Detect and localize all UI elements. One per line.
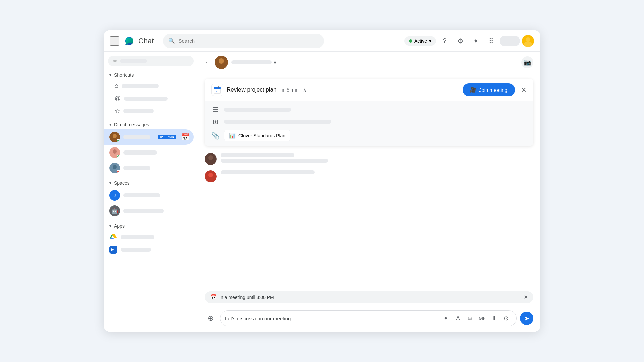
status-bar-text: In a meeting until 3:00 PM <box>219 295 274 300</box>
new-chat-button[interactable]: ✏ <box>108 56 194 66</box>
status-dot <box>409 39 412 43</box>
calendar-status-icon: 📅 <box>210 294 217 300</box>
message-row-2 <box>205 170 533 182</box>
top-bar-actions: Active ▾ ? ⚙ ✦ ⠿ <box>404 34 534 48</box>
video-icon: 📷 <box>524 59 531 66</box>
chat-header: ← ▾ 📷 <box>198 52 540 73</box>
svg-marker-14 <box>112 234 117 238</box>
dm-badge-active: in 5 min <box>158 135 176 139</box>
sidebar-item-home[interactable]: ⌂ <box>104 80 194 92</box>
avatar-image <box>522 35 534 47</box>
meeting-chevron-icon[interactable]: ∧ <box>303 87 306 93</box>
logo-area: Chat <box>123 35 154 47</box>
chat-area: ← ▾ 📷 <box>198 52 540 332</box>
svg-text:31: 31 <box>216 90 219 93</box>
calendar-mini-icon: 📅 <box>181 133 190 141</box>
dm-item-2[interactable] <box>104 145 194 160</box>
apps-section-header[interactable]: ▾ Apps <box>104 221 198 231</box>
svg-point-21 <box>219 58 224 64</box>
dm-item-3[interactable] <box>104 160 194 176</box>
meeting-detail-row-1: ☰ <box>211 106 527 114</box>
menu-button[interactable] <box>110 36 119 46</box>
user-avatar[interactable] <box>522 35 534 47</box>
drive-icon <box>109 233 117 241</box>
input-area: ⊕ ✦ A ☺ GIF ⬆ ⊙ ➤ <box>198 306 540 332</box>
main-content: ✏ ▾ Shortcuts ⌂ @ ☆ ▾ <box>104 52 540 332</box>
status-online-indicator-2 <box>117 155 120 158</box>
calendar-icon: 31 <box>211 84 223 96</box>
svg-rect-25 <box>216 86 216 88</box>
new-chat-icon: ✏ <box>113 58 117 64</box>
settings-button[interactable]: ⚙ <box>453 34 467 48</box>
help-button[interactable]: ? <box>438 34 451 48</box>
meeting-title: Review project plan <box>227 86 276 93</box>
chat-name-chevron-icon: ▾ <box>274 59 276 66</box>
svg-point-32 <box>208 173 213 177</box>
top-bar: Chat 🔍 Active ▾ ? ⚙ ✦ ⠿ <box>104 30 540 52</box>
chat-header-name-area[interactable]: ▾ <box>231 59 518 66</box>
chat-messages <box>198 146 540 288</box>
attachment-icon: 📎 <box>211 132 219 140</box>
apps-label: Apps <box>114 223 125 229</box>
emoji-button[interactable]: ☺ <box>465 313 475 324</box>
gif-button[interactable]: GIF <box>477 313 487 324</box>
dm-item-active[interactable]: in 5 min 📅 <box>104 129 194 145</box>
shortcuts-chevron-icon: ▾ <box>109 73 111 77</box>
join-meeting-button[interactable]: 🎥 Join meeting <box>463 83 515 96</box>
shortcuts-section-header[interactable]: ▾ Shortcuts <box>104 70 198 80</box>
star-icon: ☆ <box>115 107 120 115</box>
svg-rect-24 <box>214 87 221 89</box>
apps-button[interactable]: ⠿ <box>484 34 498 48</box>
calendar-svg-icon: 31 <box>213 86 221 94</box>
svg-marker-16 <box>110 238 114 239</box>
attachment-chip[interactable]: 📊 Clover Standards Plan <box>224 130 290 141</box>
send-button[interactable]: ➤ <box>520 312 533 325</box>
svg-point-4 <box>524 42 532 47</box>
sidebar-item-mentions[interactable]: @ <box>104 92 194 105</box>
dm-name-area-3 <box>123 166 190 170</box>
chat-header-avatar <box>215 56 228 69</box>
msg-content-1 <box>221 153 328 163</box>
sidebar-item-starred[interactable]: ☆ <box>104 105 194 117</box>
status-busy-indicator-3 <box>117 170 120 173</box>
svg-point-3 <box>526 37 530 42</box>
app-drive[interactable] <box>104 231 194 243</box>
attendees-icon: ⊞ <box>211 118 219 126</box>
video-call-button[interactable]: 📷 <box>521 56 533 68</box>
add-button[interactable]: ⊕ <box>205 312 217 324</box>
back-button[interactable]: ← <box>205 59 211 66</box>
upload-button[interactable]: ⬆ <box>489 313 499 324</box>
more-button[interactable]: ⊙ <box>501 313 512 324</box>
dm-avatar-active <box>109 132 120 142</box>
apps-chevron-icon: ▾ <box>109 224 111 228</box>
spaces-section-header[interactable]: ▾ Spaces <box>104 178 198 188</box>
msg-avatar-2 <box>205 170 217 182</box>
svg-point-6 <box>113 134 117 138</box>
format-button[interactable]: A <box>452 313 463 324</box>
dm-avatar-2 <box>109 147 120 158</box>
close-banner-button[interactable]: ✕ <box>521 86 527 94</box>
msg-avatar-1 <box>205 153 217 165</box>
status-button[interactable]: Active ▾ <box>404 36 436 46</box>
status-label: Active <box>414 38 427 44</box>
meeting-banner: 31 Review project plan in 5 min ∧ 🎥 Join… <box>205 79 533 146</box>
spaces-label: Spaces <box>114 180 130 186</box>
status-chevron-icon: ▾ <box>429 38 431 44</box>
app-meet[interactable] <box>104 243 194 256</box>
status-bar-close-button[interactable]: ✕ <box>524 294 528 300</box>
message-input[interactable] <box>225 316 438 321</box>
spaces-chevron-icon: ▾ <box>109 181 111 185</box>
dm-section-header[interactable]: ▾ Direct messages <box>104 120 198 129</box>
search-bar[interactable]: 🔍 <box>163 34 324 48</box>
home-icon: ⌂ <box>115 82 118 89</box>
meeting-time: in 5 min <box>282 87 298 93</box>
ai-assist-button[interactable]: ✦ <box>440 313 451 324</box>
message-row-1 <box>205 153 533 165</box>
space-bot[interactable]: 🤖 <box>104 203 194 219</box>
chat-logo-icon <box>123 35 136 47</box>
space-j[interactable]: J <box>104 188 194 203</box>
message-input-box: ✦ A ☺ GIF ⬆ ⊙ <box>220 310 517 326</box>
search-input[interactable] <box>178 38 319 44</box>
ai-button[interactable]: ✦ <box>469 34 482 48</box>
sheets-icon: 📊 <box>229 132 236 139</box>
